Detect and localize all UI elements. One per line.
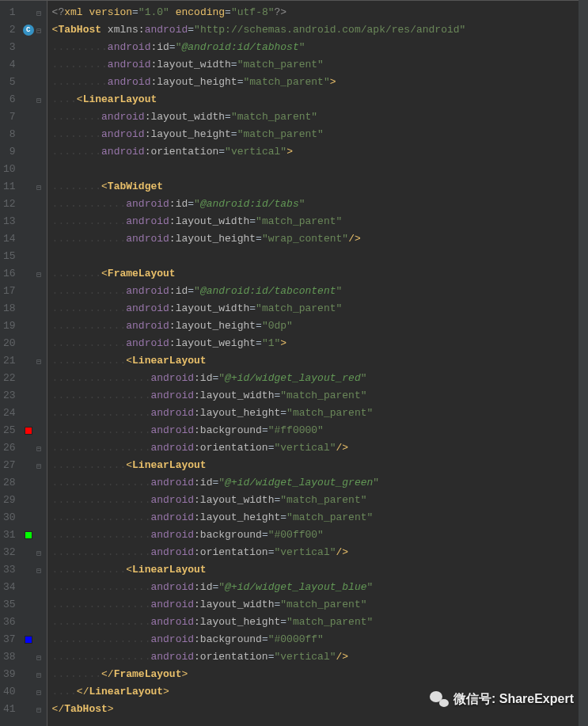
fold-toggle-icon[interactable] xyxy=(37,9,45,17)
fold-cell[interactable] xyxy=(36,631,47,648)
fold-toggle-icon[interactable] xyxy=(37,688,45,696)
fold-toggle-icon[interactable] xyxy=(37,671,45,678)
fold-cell[interactable] xyxy=(36,387,47,405)
color-swatch-icon[interactable] xyxy=(25,531,32,539)
code-line[interactable]: ................android:layout_width="ma… xyxy=(52,596,588,614)
vcs-author-avatar[interactable]: C xyxy=(23,25,34,36)
code-line[interactable]: ....<LinearLayout xyxy=(52,91,588,108)
fold-cell[interactable] xyxy=(36,335,47,352)
fold-cell[interactable] xyxy=(36,39,47,56)
fold-cell[interactable] xyxy=(36,614,47,631)
fold-cell[interactable] xyxy=(36,457,47,474)
code-line[interactable]: ............android:id="@android:id/tabc… xyxy=(52,283,588,300)
code-line[interactable]: ............android:layout_height="0dp" xyxy=(52,317,588,335)
code-line[interactable]: .........android:layout_height="match_pa… xyxy=(52,74,588,91)
vertical-scrollbar[interactable] xyxy=(579,0,588,726)
code-line[interactable]: ................android:orientation="ver… xyxy=(52,544,588,561)
code-line[interactable]: ................android:orientation="ver… xyxy=(52,439,588,457)
fold-cell[interactable] xyxy=(36,544,47,561)
fold-cell[interactable] xyxy=(36,300,47,317)
fold-toggle-icon[interactable] xyxy=(37,705,45,713)
fold-cell[interactable] xyxy=(36,56,47,74)
fold-cell[interactable] xyxy=(36,352,47,370)
fold-toggle-icon[interactable] xyxy=(37,183,45,191)
fold-toggle-icon[interactable] xyxy=(37,270,45,278)
fold-cell[interactable] xyxy=(36,161,47,178)
fold-cell[interactable] xyxy=(36,439,47,457)
code-line[interactable]: ................android:background="#000… xyxy=(52,631,588,648)
fold-cell[interactable] xyxy=(36,648,47,666)
code-line[interactable]: ................android:orientation="ver… xyxy=(52,648,588,666)
code-line[interactable]: <TabHost xmlns:android="http://schemas.a… xyxy=(52,21,588,39)
code-line[interactable]: ............android:layout_width="match_… xyxy=(52,213,588,230)
fold-cell[interactable] xyxy=(36,74,47,91)
color-swatch-icon[interactable] xyxy=(25,636,32,644)
fold-cell[interactable] xyxy=(36,683,47,701)
fold-cell[interactable] xyxy=(36,422,47,439)
fold-cell[interactable] xyxy=(36,91,47,108)
fold-toggle-icon[interactable] xyxy=(37,26,45,34)
fold-toggle-icon[interactable] xyxy=(37,444,45,452)
code-line[interactable]: .........android:layout_width="match_par… xyxy=(52,56,588,74)
code-line[interactable]: ................android:layout_width="ma… xyxy=(52,492,588,509)
code-line[interactable]: ........<FrameLayout xyxy=(52,265,588,283)
fold-cell[interactable] xyxy=(36,126,47,143)
fold-cell[interactable] xyxy=(36,213,47,230)
code-line[interactable]: ................android:id="@+id/widget_… xyxy=(52,474,588,492)
fold-cell[interactable] xyxy=(36,509,47,526)
code-line[interactable]: .........android:id="@android:id/tabhost… xyxy=(52,39,588,56)
code-line[interactable] xyxy=(52,248,588,265)
fold-toggle-icon[interactable] xyxy=(37,462,45,469)
code-line[interactable]: ........android:layout_height="match_par… xyxy=(52,126,588,143)
code-line[interactable]: ................android:background="#ff0… xyxy=(52,422,588,439)
code-line[interactable]: ........</FrameLayout> xyxy=(52,666,588,683)
fold-gutter[interactable] xyxy=(36,1,47,726)
fold-cell[interactable] xyxy=(36,317,47,335)
code-line[interactable] xyxy=(52,161,588,178)
code-line[interactable]: ............android:layout_height="wrap_… xyxy=(52,230,588,248)
code-line[interactable]: <?xml version="1.0" encoding="utf-8"?> xyxy=(52,4,588,21)
fold-cell[interactable] xyxy=(36,492,47,509)
code-line[interactable]: ............<LinearLayout xyxy=(52,561,588,579)
code-line[interactable]: ............android:layout_weight="1"> xyxy=(52,335,588,352)
fold-cell[interactable] xyxy=(36,561,47,579)
code-editor[interactable]: 1234567891011121314151617181920212223242… xyxy=(0,0,588,726)
code-line[interactable]: ................android:id="@+id/widget_… xyxy=(52,579,588,596)
fold-cell[interactable] xyxy=(36,230,47,248)
fold-cell[interactable] xyxy=(36,143,47,161)
code-line[interactable]: ........<TabWidget xyxy=(52,178,588,196)
code-line[interactable]: ................android:layout_height="m… xyxy=(52,614,588,631)
fold-toggle-icon[interactable] xyxy=(37,653,45,661)
fold-toggle-icon[interactable] xyxy=(37,549,45,557)
code-line[interactable]: ................android:id="@+id/widget_… xyxy=(52,370,588,387)
code-line[interactable]: ................android:layout_height="m… xyxy=(52,405,588,422)
fold-cell[interactable] xyxy=(36,196,47,213)
fold-cell[interactable] xyxy=(36,283,47,300)
fold-toggle-icon[interactable] xyxy=(37,96,45,104)
fold-cell[interactable] xyxy=(36,405,47,422)
fold-cell[interactable] xyxy=(36,108,47,126)
code-area[interactable]: <?xml version="1.0" encoding="utf-8"?><T… xyxy=(47,1,588,726)
fold-toggle-icon[interactable] xyxy=(37,566,45,574)
fold-cell[interactable] xyxy=(36,701,47,718)
fold-cell[interactable] xyxy=(36,178,47,196)
fold-cell[interactable] xyxy=(36,666,47,683)
color-swatch-icon[interactable] xyxy=(25,427,32,435)
fold-cell[interactable] xyxy=(36,21,47,39)
code-line[interactable]: ............<LinearLayout xyxy=(52,457,588,474)
code-line[interactable]: ................android:layout_height="m… xyxy=(52,509,588,526)
code-line[interactable]: ................android:layout_width="ma… xyxy=(52,387,588,405)
fold-cell[interactable] xyxy=(36,579,47,596)
code-line[interactable]: ................android:background="#00f… xyxy=(52,526,588,544)
fold-toggle-icon[interactable] xyxy=(37,357,45,365)
fold-cell[interactable] xyxy=(36,474,47,492)
fold-cell[interactable] xyxy=(36,370,47,387)
code-line[interactable]: ........android:orientation="vertical"> xyxy=(52,143,588,161)
fold-cell[interactable] xyxy=(36,265,47,283)
fold-cell[interactable] xyxy=(36,596,47,614)
code-line[interactable]: ............android:id="@android:id/tabs… xyxy=(52,196,588,213)
fold-cell[interactable] xyxy=(36,526,47,544)
fold-cell[interactable] xyxy=(36,4,47,21)
code-line[interactable]: ............android:layout_width="match_… xyxy=(52,300,588,317)
fold-cell[interactable] xyxy=(36,248,47,265)
